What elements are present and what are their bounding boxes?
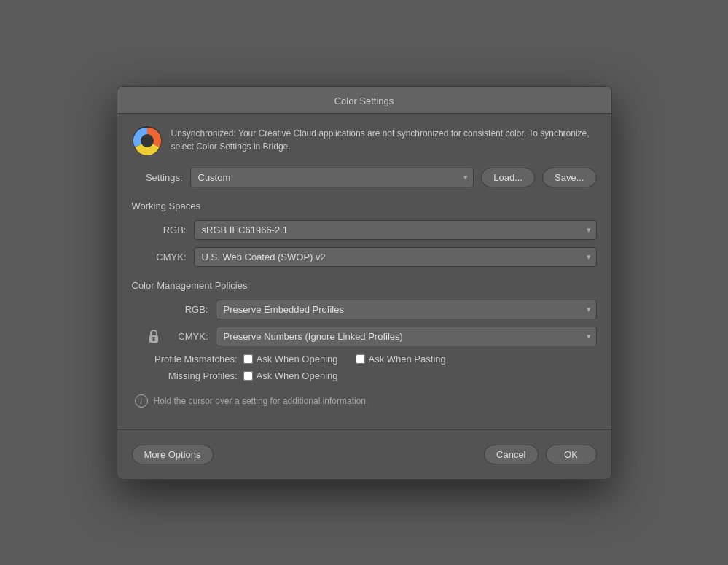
svg-point-1 (141, 134, 154, 147)
policy-cmyk-label: CMYK: (168, 331, 208, 342)
ok-button[interactable]: OK (546, 445, 597, 464)
missing-profiles-label: Missing Profiles: (146, 370, 238, 381)
settings-select-wrapper: Custom Monitor Color Emulate Adobe Photo… (190, 168, 474, 187)
profile-mismatches-row: Profile Mismatches: Ask When Opening Ask… (132, 354, 597, 365)
info-text: Hold the cursor over a setting for addit… (154, 396, 369, 406)
cmyk-label: CMYK: (146, 252, 187, 262)
footer-divider (117, 429, 611, 430)
cmyk-select-wrapper: U.S. Web Coated (SWOP) v2 U.S. Sheetfed … (194, 247, 597, 267)
settings-label: Settings: (132, 172, 183, 183)
load-button[interactable]: Load... (481, 168, 535, 187)
unsync-banner: Unsynchronized: Your Creative Cloud appl… (132, 125, 597, 156)
missing-ask-when-opening-checkbox[interactable] (243, 371, 253, 381)
ask-when-opening-label[interactable]: Ask When Opening (257, 354, 338, 365)
title-bar: Color Settings (117, 87, 611, 114)
cancel-button[interactable]: Cancel (484, 445, 538, 464)
policy-cmyk-row: CMYK: Preserve Numbers (Ignore Linked Pr… (132, 327, 597, 346)
rgb-label: RGB: (146, 225, 187, 235)
policy-rgb-select-wrapper: Preserve Embedded Profiles Convert to Wo… (216, 300, 597, 319)
ask-when-opening-checkbox[interactable] (243, 354, 253, 364)
rgb-select-wrapper: sRGB IEC61966-2.1 Adobe RGB (1998) ProPh… (194, 220, 597, 240)
info-row: i Hold the cursor over a setting for add… (132, 394, 597, 408)
rgb-field-row: RGB: sRGB IEC61966-2.1 Adobe RGB (1998) … (132, 220, 597, 240)
policy-cmyk-select[interactable]: Preserve Numbers (Ignore Linked Profiles… (216, 327, 597, 346)
cmyk-select[interactable]: U.S. Web Coated (SWOP) v2 U.S. Sheetfed … (194, 247, 597, 267)
missing-ask-when-opening-item: Ask When Opening (243, 370, 338, 381)
rgb-select[interactable]: sRGB IEC61966-2.1 Adobe RGB (1998) ProPh… (194, 220, 597, 240)
policy-rgb-label: RGB: (168, 304, 208, 315)
color-policies-section: Color Management Policies RGB: Preserve … (132, 280, 597, 381)
svg-rect-4 (152, 337, 155, 338)
policy-rgb-row: RGB: Preserve Embedded Profiles Convert … (132, 300, 597, 319)
dialog-footer: More Options Cancel OK (117, 433, 611, 479)
settings-select[interactable]: Custom Monitor Color Emulate Adobe Photo… (190, 168, 474, 187)
dialog-body: Unsynchronized: Your Creative Cloud appl… (117, 114, 611, 429)
color-policies-header: Color Management Policies (132, 280, 597, 291)
policy-cmyk-select-wrapper: Preserve Numbers (Ignore Linked Profiles… (216, 327, 597, 346)
ask-when-pasting-checkbox[interactable] (356, 354, 365, 364)
more-options-button[interactable]: More Options (132, 445, 214, 464)
creative-cloud-icon (132, 125, 163, 156)
footer-right: Cancel OK (484, 445, 596, 464)
ask-when-pasting-item: Ask When Pasting (356, 354, 446, 365)
working-spaces-section: Working Spaces RGB: sRGB IEC61966-2.1 Ad… (132, 200, 597, 267)
unsync-text: Unsynchronized: Your Creative Cloud appl… (171, 125, 597, 153)
working-spaces-header: Working Spaces (132, 200, 597, 211)
missing-ask-when-opening-label[interactable]: Ask When Opening (257, 370, 338, 381)
info-icon: i (135, 394, 148, 408)
color-settings-dialog: Color Settings Unsynchronized: Your Crea… (117, 86, 612, 480)
settings-row: Settings: Custom Monitor Color Emulate A… (132, 168, 597, 187)
svg-rect-3 (152, 338, 154, 341)
policy-rgb-select[interactable]: Preserve Embedded Profiles Convert to Wo… (216, 300, 597, 319)
cmyk-field-row: CMYK: U.S. Web Coated (SWOP) v2 U.S. She… (132, 247, 597, 267)
save-button[interactable]: Save... (542, 168, 596, 187)
lock-icon (146, 329, 161, 343)
missing-profiles-row: Missing Profiles: Ask When Opening (132, 370, 597, 381)
profile-mismatches-label: Profile Mismatches: (146, 354, 238, 365)
ask-when-pasting-label[interactable]: Ask When Pasting (369, 354, 446, 365)
dialog-title: Color Settings (334, 96, 394, 106)
ask-when-opening-item: Ask When Opening (243, 354, 338, 365)
